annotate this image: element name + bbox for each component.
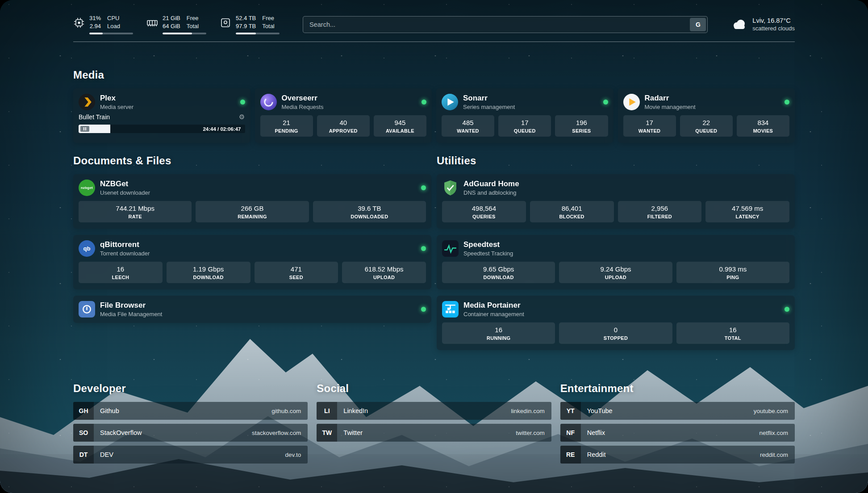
app-card-plex[interactable]: Plex Media server Bullet Train ⚙ 24:44 /… (73, 88, 250, 143)
stat-value: 17 (500, 119, 550, 127)
section-utilities: Utilities AdGuard Home DNS and (437, 155, 795, 350)
stat-value: 9.65 Gbps (443, 265, 554, 273)
disk-values: 52.4 TB 97.9 TB (236, 14, 256, 30)
stat-value: 744.21 Mbps (80, 205, 190, 213)
stat-label: WANTED (625, 128, 675, 134)
stat-queries: 498,564 QUERIES (442, 201, 526, 222)
search-bar: G (303, 16, 708, 33)
pause-button[interactable] (80, 126, 89, 132)
bookmark-twitter[interactable]: TW Twitter twitter.com (317, 424, 551, 442)
stat-label: AVAILABLE (375, 128, 425, 134)
bookmark-abbr: DT (73, 446, 94, 464)
bookmark-name: StackOverflow (100, 429, 142, 436)
status-dot (785, 100, 789, 104)
overseerr-meta: Overseerr Media Requests (282, 94, 324, 110)
stat-download: 9.65 Gbps DOWNLOAD (442, 262, 555, 283)
bookmark-youtube[interactable]: YT YouTube youtube.com (560, 402, 795, 420)
app-subtitle: Series management (463, 104, 515, 110)
app-card-radarr[interactable]: Radarr Movie management 17 WANTED 22 QUE… (618, 88, 795, 143)
playback-progressbar[interactable]: 24:44 / 02:06:47 (79, 125, 245, 133)
ram-values: 21 GiB 64 GiB (163, 14, 180, 30)
search-engine-button[interactable]: G (690, 18, 706, 31)
status-dot (240, 100, 245, 104)
stat-value: 40 (318, 119, 368, 127)
stat-label: STOPPED (560, 335, 671, 341)
bookmark-name: DEV (100, 451, 113, 458)
qbittorrent-icon: qb (79, 240, 95, 257)
bookmark-abbr: SO (73, 424, 94, 442)
stat-value: 471 (256, 265, 337, 273)
search-input[interactable] (303, 16, 708, 33)
stat-label: SEED (256, 275, 337, 280)
stat-label: UPLOAD (343, 275, 425, 280)
app-card-sonarr[interactable]: Sonarr Series management 485 WANTED 17 Q… (436, 88, 613, 143)
app-name: Sonarr (463, 94, 515, 103)
stat-label: RATE (80, 214, 190, 219)
topbar-divider (73, 42, 795, 42)
bookmark-netflix[interactable]: NF Netflix netflix.com (560, 424, 795, 442)
section-developer: Developer GH Github github.com SO StackO… (73, 382, 308, 468)
speedtest-meta: Speedtest Speedtest Tracking (463, 240, 513, 257)
cpu-widget: 31% 2.94 CPU Load (73, 14, 133, 34)
app-name: NZBGet (100, 180, 150, 188)
app-card-portainer[interactable]: Media Portainer Container management 16 … (437, 296, 795, 350)
status-dot (785, 307, 789, 312)
app-card-speedtest[interactable]: Speedtest Speedtest Tracking 9.65 Gbps D… (437, 235, 795, 289)
section-social: Social LI LinkedIn linkedin.com TW Twitt… (317, 382, 551, 468)
app-subtitle: Movie management (645, 104, 696, 110)
ram-progressbar (163, 33, 206, 34)
status-dot (421, 307, 426, 312)
gear-icon[interactable]: ⚙ (239, 113, 245, 121)
stat-queued: 22 QUEUED (680, 115, 733, 137)
app-name: Speedtest (463, 240, 513, 249)
bookmark-name: YouTube (587, 407, 613, 414)
stat-wanted: 485 WANTED (442, 115, 494, 137)
section-title-entertainment: Entertainment (560, 382, 795, 395)
bookmark-abbr: RE (560, 446, 581, 464)
bookmark-linkedin[interactable]: LI LinkedIn linkedin.com (317, 402, 551, 420)
stat-total: 16 TOTAL (676, 322, 789, 344)
app-name: AdGuard Home (463, 180, 519, 188)
bookmark-abbr: GH (73, 402, 94, 420)
stat-label: LATENCY (707, 214, 788, 219)
bookmark-stackoverflow[interactable]: SO StackOverflow stackoverflow.com (73, 424, 308, 442)
qbittorrent-meta: qBittorrent Torrent downloader (100, 240, 150, 257)
ram-total: 64 GiB (163, 22, 180, 30)
weather-text: Lviv, 16.87°C scattered clouds (752, 17, 795, 32)
bookmark-reddit[interactable]: RE Reddit reddit.com (560, 446, 795, 464)
stat-value: 196 (556, 119, 606, 127)
app-card-overseerr[interactable]: Overseerr Media Requests 21 PENDING 40 A… (255, 88, 432, 143)
stat-label: PING (678, 275, 788, 280)
app-card-qbittorrent[interactable]: qb qBittorrent Torrent downloader 16 LEE… (73, 235, 431, 289)
bookmark-dev[interactable]: DT DEV dev.to (73, 446, 308, 464)
filebrowser-icon (79, 301, 95, 318)
stat-label: REMAINING (197, 214, 307, 219)
status-dot (603, 100, 608, 104)
stat-label: MOVIES (738, 128, 788, 134)
cpu-percent: 31% (89, 14, 101, 22)
stat-label: DOWNLOAD (443, 275, 554, 280)
stat-value: 39.6 TB (314, 205, 425, 213)
stat-label: APPROVED (318, 128, 368, 134)
stat-pending: 21 PENDING (260, 115, 313, 137)
stat-value: 834 (738, 119, 788, 127)
bookmark-abbr: NF (560, 424, 581, 442)
stat-stopped: 0 STOPPED (559, 322, 672, 344)
stat-value: 16 (80, 265, 161, 273)
app-card-filebrowser[interactable]: File Browser Media File Management (73, 296, 431, 323)
app-card-nzbget[interactable]: nzbget NZBGet Usenet downloader 744.21 M… (73, 174, 431, 229)
app-card-adguard[interactable]: AdGuard Home DNS and adblocking 498,564 … (437, 174, 795, 229)
bookmark-github[interactable]: GH Github github.com (73, 402, 308, 420)
stat-value: 485 (443, 119, 493, 127)
section-title-documents: Documents & Files (73, 155, 431, 167)
status-dot (421, 100, 426, 104)
weather-location: Lviv, 16.87°C (752, 17, 795, 24)
bookmark-url: reddit.com (760, 451, 795, 458)
bookmark-name: Reddit (587, 451, 606, 458)
stat-value: 0.993 ms (678, 265, 788, 273)
stat-label: WANTED (443, 128, 493, 134)
bookmark-abbr: TW (317, 424, 337, 442)
stat-value: 16 (443, 326, 554, 334)
overseerr-icon (260, 94, 277, 110)
stat-latency: 47.569 ms LATENCY (705, 201, 789, 222)
